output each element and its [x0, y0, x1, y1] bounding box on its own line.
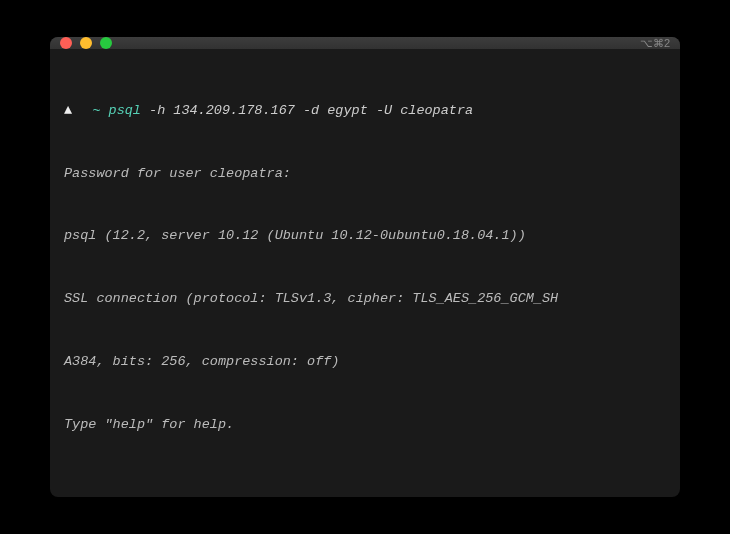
titlebar: ⌥⌘2 — [50, 37, 680, 49]
output-ssl-2: A384, bits: 256, compression: off) — [64, 352, 666, 373]
close-icon[interactable] — [60, 37, 72, 49]
command-line: ▲ ~ psql -h 134.209.178.167 -d egypt -U … — [64, 101, 666, 122]
prompt-arrow-icon: ▲ — [64, 103, 72, 118]
command-args: -h 134.209.178.167 -d egypt -U cleopatra — [141, 103, 473, 118]
output-password: Password for user cleopatra: — [64, 164, 666, 185]
terminal-body[interactable]: ▲ ~ psql -h 134.209.178.167 -d egypt -U … — [50, 49, 680, 497]
output-help: Type "help" for help. — [64, 415, 666, 436]
maximize-icon[interactable] — [100, 37, 112, 49]
prompt-cwd: ~ — [92, 103, 100, 118]
output-ssl-1: SSL connection (protocol: TLSv1.3, ciphe… — [64, 289, 666, 310]
tab-indicator: ⌥⌘2 — [640, 37, 670, 50]
terminal-window: ⌥⌘2 ▲ ~ psql -h 134.209.178.167 -d egypt… — [50, 37, 680, 497]
minimize-icon[interactable] — [80, 37, 92, 49]
traffic-lights — [60, 37, 112, 49]
command-name: psql — [109, 103, 141, 118]
blank-line — [64, 477, 666, 497]
output-version: psql (12.2, server 10.12 (Ubuntu 10.12-0… — [64, 226, 666, 247]
